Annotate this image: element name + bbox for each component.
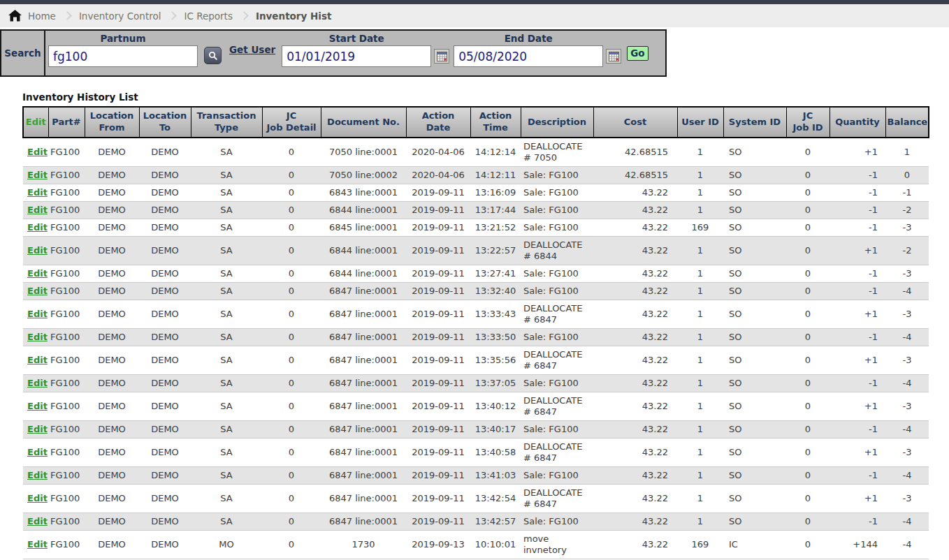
cell-loc-to: DEMO (139, 467, 191, 485)
cell-jc-job-id: 0 (786, 439, 830, 467)
cell-system-id: SO (723, 513, 786, 531)
cell-user-id: 1 (677, 202, 723, 219)
cell-balance: -4 (885, 283, 929, 300)
cell-doc-no: 6847 line:0001 (321, 283, 406, 300)
cell-loc-to: DEMO (139, 138, 191, 167)
cell-quantity: -1 (830, 283, 885, 300)
cell-loc-from: DEMO (85, 513, 139, 531)
cell-jc-job-id: 0 (786, 265, 830, 283)
cell-doc-no: 6847 line:0001 (321, 421, 406, 439)
cell-trans-type: SA (191, 392, 262, 421)
cell-description: Sale: FG100 (521, 375, 593, 392)
edit-link[interactable]: Edit (27, 147, 48, 157)
cell-action-date: 2019-09-11 (406, 265, 470, 283)
table-row: EditFG100DEMODEMOSA06847 line:00012019-0… (23, 329, 929, 346)
edit-link[interactable]: Edit (27, 401, 48, 411)
cell-jc-job-id: 0 (786, 531, 830, 559)
cell-cost: 43.22 (593, 467, 677, 485)
cell-loc-to: DEMO (139, 392, 191, 421)
cell-trans-type: SA (191, 513, 262, 531)
edit-link[interactable]: Edit (27, 309, 48, 319)
edit-link[interactable]: Edit (27, 493, 48, 503)
edit-link[interactable]: Edit (27, 170, 48, 180)
cell-system-id: SO (723, 392, 786, 421)
cell-jc-job-detail: 0 (262, 421, 321, 439)
cell-user-id: 169 (677, 219, 723, 237)
breadcrumb-inventory-control[interactable]: Inventory Control (79, 10, 161, 22)
edit-link[interactable]: Edit (27, 539, 48, 550)
partnum-input[interactable] (48, 45, 198, 67)
cell-jc-job-id: 0 (786, 513, 830, 531)
table-row: EditFG100DEMODEMOSA06847 line:00012019-0… (23, 485, 929, 513)
cell-balance: -2 (885, 202, 929, 219)
search-icon (208, 51, 218, 61)
home-icon[interactable] (8, 10, 22, 22)
breadcrumb-ic-reports[interactable]: IC Reports (184, 10, 232, 22)
cell-part: FG100 (48, 439, 85, 467)
edit-cell: Edit (23, 329, 48, 346)
cell-cost: 43.22 (593, 300, 677, 329)
cell-user-id: 1 (677, 329, 723, 346)
cell-user-id: 1 (677, 485, 723, 513)
col-header-balance: Balance (885, 107, 929, 138)
cell-trans-type: SA (191, 167, 262, 184)
cell-trans-type: SA (191, 219, 262, 237)
get-user-link[interactable]: Get User (229, 44, 275, 55)
edit-link[interactable]: Edit (27, 378, 48, 388)
edit-link[interactable]: Edit (27, 187, 48, 198)
cell-balance: 0 (885, 167, 929, 184)
edit-link[interactable]: Edit (27, 332, 48, 342)
chevron-right-icon (240, 11, 249, 20)
edit-link[interactable]: Edit (27, 424, 48, 434)
edit-link[interactable]: Edit (27, 355, 48, 365)
edit-link[interactable]: Edit (27, 222, 48, 233)
cell-jc-job-id: 0 (786, 329, 830, 346)
cell-trans-type: SA (191, 202, 262, 219)
edit-cell: Edit (23, 375, 48, 392)
cell-quantity: -1 (830, 265, 885, 283)
start-date-calendar-button[interactable] (434, 49, 449, 64)
end-date-calendar-button[interactable] (606, 49, 621, 64)
cell-doc-no: 6847 line:0001 (321, 392, 406, 421)
cell-system-id: SO (723, 265, 786, 283)
start-date-input[interactable] (282, 45, 431, 67)
cell-trans-type: SA (191, 375, 262, 392)
table-row: EditFG100DEMODEMOSA06847 line:00012019-0… (23, 439, 929, 467)
end-date-input[interactable] (454, 45, 603, 67)
cell-loc-from: DEMO (85, 531, 139, 559)
cell-cost: 43.22 (593, 283, 677, 300)
edit-link[interactable]: Edit (27, 268, 48, 279)
edit-link[interactable]: Edit (27, 286, 48, 296)
cell-part: FG100 (48, 392, 85, 421)
search-button[interactable] (204, 47, 222, 64)
cell-trans-type: SA (191, 300, 262, 329)
edit-link[interactable]: Edit (27, 447, 48, 457)
edit-link[interactable]: Edit (27, 205, 48, 215)
cell-part: FG100 (48, 329, 85, 346)
cell-user-id: 1 (677, 467, 723, 485)
edit-link[interactable]: Edit (27, 516, 48, 526)
edit-link[interactable]: Edit (27, 470, 48, 480)
cell-action-time: 14:12:14 (470, 138, 521, 167)
table-row: EditFG100DEMODEMOSA06847 line:00012019-0… (23, 467, 929, 485)
cell-description: DEALLOCATE # 6847 (521, 485, 593, 513)
edit-cell: Edit (23, 392, 48, 421)
go-button[interactable]: Go (627, 46, 648, 61)
page-title: Inventory History List (22, 91, 949, 103)
cell-jc-job-id: 0 (786, 467, 830, 485)
cell-jc-job-id: 0 (786, 184, 830, 202)
cell-description: Sale: FG100 (521, 202, 593, 219)
cell-part: FG100 (48, 421, 85, 439)
table-row: EditFG100DEMODEMOSA06844 line:00012019-0… (23, 265, 929, 283)
cell-part: FG100 (48, 485, 85, 513)
cell-quantity: +1 (830, 300, 885, 329)
cell-doc-no: 6844 line:0001 (321, 237, 406, 265)
cell-doc-no: 7050 line:0002 (321, 167, 406, 184)
cell-balance: -2 (885, 237, 929, 265)
partnum-label: Partnum (48, 32, 198, 45)
cell-action-time: 13:41:03 (470, 467, 521, 485)
cell-user-id: 1 (677, 375, 723, 392)
start-date-label: Start Date (282, 32, 431, 45)
breadcrumb-home[interactable]: Home (28, 10, 56, 22)
edit-link[interactable]: Edit (27, 245, 48, 256)
